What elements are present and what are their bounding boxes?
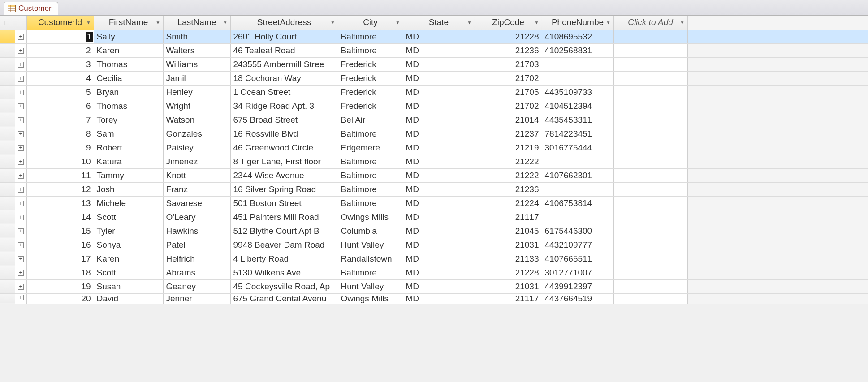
cell-streetaddress[interactable]: 501 Boston Street (230, 196, 338, 210)
expand-subdatasheet[interactable]: + (15, 168, 26, 182)
cell-zipcode[interactable]: 21031 (475, 279, 542, 293)
cell-lastname[interactable]: Jamil (163, 71, 230, 85)
cell-city[interactable]: Frederick (338, 85, 403, 99)
cell-city[interactable]: Baltimore (338, 182, 403, 196)
expand-subdatasheet[interactable]: + (15, 182, 26, 196)
cell-city[interactable]: Baltimore (338, 266, 403, 279)
cell-zipcode[interactable]: 21031 (475, 238, 542, 252)
cell-streetaddress[interactable]: 45 Cockeysville Road, Ap (230, 279, 338, 293)
cell-customerid[interactable]: 13 (26, 196, 94, 210)
cell-customerid[interactable]: 11 (26, 168, 94, 182)
cell-state[interactable]: MD (403, 182, 475, 196)
record-selector[interactable] (0, 196, 15, 210)
record-selector[interactable] (0, 71, 15, 85)
cell-customerid[interactable]: 14 (26, 210, 94, 224)
record-selector[interactable] (0, 141, 15, 155)
cell-zipcode[interactable]: 21703 (475, 57, 542, 71)
cell-add-column[interactable] (613, 293, 687, 304)
record-selector[interactable] (0, 99, 15, 113)
cell-firstname[interactable]: Robert (94, 141, 163, 155)
cell-streetaddress[interactable]: 243555 Ambermill Stree (230, 57, 338, 71)
cell-customerid[interactable]: 15 (26, 224, 94, 238)
cell-lastname[interactable]: Smith (163, 30, 230, 43)
record-selector[interactable] (0, 238, 15, 252)
cell-city[interactable]: Baltimore (338, 127, 403, 141)
expand-subdatasheet[interactable]: + (15, 238, 26, 252)
cell-streetaddress[interactable]: 5130 Wilkens Ave (230, 266, 338, 279)
cell-state[interactable]: MD (403, 85, 475, 99)
cell-firstname[interactable]: Tammy (94, 168, 163, 182)
cell-add-column[interactable] (613, 155, 687, 168)
table-row[interactable]: +8SamGonzales16 Rossville BlvdBaltimoreM… (0, 127, 868, 141)
table-row[interactable]: +18ScottAbrams5130 Wilkens AveBaltimoreM… (0, 266, 868, 279)
cell-city[interactable]: Hunt Valley (338, 238, 403, 252)
expand-subdatasheet[interactable]: + (15, 155, 26, 168)
cell-streetaddress[interactable]: 9948 Beaver Dam Road (230, 238, 338, 252)
cell-add-column[interactable] (613, 30, 687, 43)
cell-phonenumber[interactable] (542, 155, 613, 168)
cell-phonenumber[interactable]: 4107665511 (542, 252, 613, 266)
cell-firstname[interactable]: Tyler (94, 224, 163, 238)
cell-streetaddress[interactable]: 18 Cochoran Way (230, 71, 338, 85)
record-selector[interactable] (0, 266, 15, 279)
cell-streetaddress[interactable]: 4 Liberty Road (230, 252, 338, 266)
cell-zipcode[interactable]: 21702 (475, 99, 542, 113)
cell-lastname[interactable]: Gonzales (163, 127, 230, 141)
cell-add-column[interactable] (613, 182, 687, 196)
col-header-state[interactable]: State▼ (403, 16, 475, 30)
cell-lastname[interactable]: O'Leary (163, 210, 230, 224)
expand-subdatasheet[interactable]: + (15, 293, 26, 304)
cell-firstname[interactable]: Karen (94, 252, 163, 266)
cell-lastname[interactable]: Geaney (163, 279, 230, 293)
cell-customerid[interactable]: 2 (26, 43, 94, 57)
cell-firstname[interactable]: Cecilia (94, 71, 163, 85)
cell-zipcode[interactable]: 21133 (475, 252, 542, 266)
cell-state[interactable]: MD (403, 238, 475, 252)
cell-streetaddress[interactable]: 2601 Holly Court (230, 30, 338, 43)
table-row[interactable]: +13MicheleSavarese501 Boston StreetBalti… (0, 196, 868, 210)
active-cell-editor[interactable]: 1 (27, 30, 94, 43)
cell-customerid[interactable]: 18 (26, 266, 94, 279)
cell-lastname[interactable]: Franz (163, 182, 230, 196)
cell-streetaddress[interactable]: 16 Silver Spring Road (230, 182, 338, 196)
cell-add-column[interactable] (613, 43, 687, 57)
cell-city[interactable]: Baltimore (338, 196, 403, 210)
cell-phonenumber[interactable]: 7814223451 (542, 127, 613, 141)
cell-lastname[interactable]: Wright (163, 99, 230, 113)
record-selector[interactable] (0, 43, 15, 57)
record-selector[interactable] (0, 182, 15, 196)
col-header-city[interactable]: City▼ (338, 16, 403, 30)
cell-customerid[interactable]: 19 (26, 279, 94, 293)
expand-subdatasheet[interactable]: + (15, 57, 26, 71)
cell-streetaddress[interactable]: 1 Ocean Street (230, 85, 338, 99)
cell-add-column[interactable] (613, 224, 687, 238)
cell-add-column[interactable] (613, 127, 687, 141)
cell-city[interactable]: Bel Air (338, 113, 403, 127)
cell-lastname[interactable]: Savarese (163, 196, 230, 210)
cell-city[interactable]: Frederick (338, 99, 403, 113)
cell-add-column[interactable] (613, 238, 687, 252)
cell-state[interactable]: MD (403, 168, 475, 182)
cell-lastname[interactable]: Hawkins (163, 224, 230, 238)
cell-firstname[interactable]: Katura (94, 155, 163, 168)
cell-customerid[interactable]: 7 (26, 113, 94, 127)
chevron-down-icon[interactable]: ▼ (331, 20, 335, 25)
expand-subdatasheet[interactable]: + (15, 113, 26, 127)
cell-zipcode[interactable]: 21222 (475, 155, 542, 168)
expand-subdatasheet[interactable]: + (15, 43, 26, 57)
cell-firstname[interactable]: Thomas (94, 99, 163, 113)
cell-state[interactable]: MD (403, 99, 475, 113)
cell-customerid[interactable]: 17 (26, 252, 94, 266)
cell-add-column[interactable] (613, 85, 687, 99)
cell-phonenumber[interactable]: 6175446300 (542, 224, 613, 238)
record-selector[interactable] (0, 57, 15, 71)
cell-lastname[interactable]: Walters (163, 43, 230, 57)
cell-state[interactable]: MD (403, 266, 475, 279)
cell-add-column[interactable] (613, 252, 687, 266)
cell-zipcode[interactable]: 21045 (475, 224, 542, 238)
table-row[interactable]: +20DavidJenner675 Grand Cental AvenuOwin… (0, 293, 868, 304)
table-row[interactable]: +12JoshFranz16 Silver Spring RoadBaltimo… (0, 182, 868, 196)
cell-phonenumber[interactable]: 4102568831 (542, 43, 613, 57)
cell-streetaddress[interactable]: 2344 Wise Avenue (230, 168, 338, 182)
table-row[interactable]: +1SallySmith2601 Holly CourtBaltimoreMD2… (0, 30, 868, 43)
